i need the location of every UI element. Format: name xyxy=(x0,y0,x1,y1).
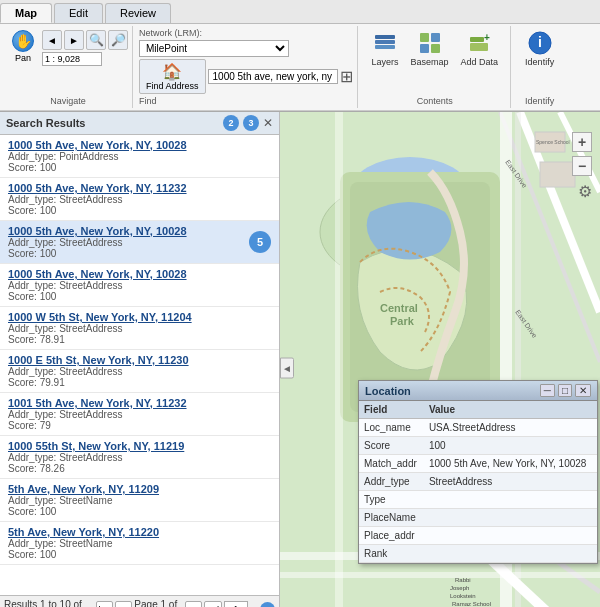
identify-icon: i xyxy=(527,30,553,56)
find-address-button[interactable]: 🏠 Find Address xyxy=(139,59,206,94)
zoom-in-map-button[interactable]: + xyxy=(572,132,592,152)
result-addr-type: Addr_type: StreetName xyxy=(8,495,271,506)
svg-text:Ramaz School: Ramaz School xyxy=(452,601,491,607)
location-field-name: Place_addr xyxy=(359,527,424,545)
find-group: Network (LRM): MilePoint 🏠 Find Address … xyxy=(135,26,358,108)
location-field-name: Match_addr xyxy=(359,455,424,473)
result-item[interactable]: 1000 5th Ave, New York, NY, 10028 Addr_t… xyxy=(0,135,279,178)
location-field-value xyxy=(424,509,597,527)
location-field-name: PlaceName xyxy=(359,509,424,527)
result-title[interactable]: 5th Ave, New York, NY, 11220 xyxy=(8,526,271,538)
result-title[interactable]: 1000 W 5th St, New York, NY, 11204 xyxy=(8,311,271,323)
tab-map[interactable]: Map xyxy=(0,3,52,23)
find-address-label: Find Address xyxy=(146,81,199,91)
identify-label: Identify xyxy=(525,57,554,67)
result-title[interactable]: 1000 5th Ave, New York, NY, 10028 xyxy=(8,225,271,237)
field-column-header: Field xyxy=(359,401,424,419)
last-page-button[interactable]: ►| xyxy=(204,601,221,607)
result-title[interactable]: 1000 5th Ave, New York, NY, 10028 xyxy=(8,268,271,280)
back-button[interactable]: ◄ xyxy=(42,30,62,50)
result-score: Score: 78.26 xyxy=(8,463,271,474)
svg-rect-4 xyxy=(431,33,440,42)
location-close-button[interactable]: ✕ xyxy=(575,384,591,397)
find-input[interactable] xyxy=(208,69,338,84)
location-table-row: Score 100 xyxy=(359,437,597,455)
search-close-button[interactable]: ✕ xyxy=(263,117,273,129)
result-addr-type: Addr_type: StreetAddress xyxy=(8,194,271,205)
contents-group-label: Contents xyxy=(417,94,453,106)
result-badge: 5 xyxy=(249,231,271,253)
map-settings-button[interactable]: ⚙ xyxy=(578,182,592,201)
layers-button[interactable]: Layers xyxy=(368,28,403,69)
network-label: Network (LRM): xyxy=(139,28,353,38)
result-addr-type: Addr_type: StreetName xyxy=(8,538,271,549)
result-score: Score: 100 xyxy=(8,291,271,302)
result-title[interactable]: 1000 5th Ave, New York, NY, 11232 xyxy=(8,182,271,194)
location-field-value xyxy=(424,545,597,563)
location-table-row: Match_addr 1000 5th Ave, New York, NY, 1… xyxy=(359,455,597,473)
result-item[interactable]: 1000 5th Ave, New York, NY, 10028 Addr_t… xyxy=(0,221,279,264)
location-field-value: StreetAddress xyxy=(424,473,597,491)
basemap-button[interactable]: Basemap xyxy=(407,28,453,69)
location-table-row: Type xyxy=(359,491,597,509)
prev-page-button[interactable]: ◄ xyxy=(115,601,132,607)
zoom-in-button[interactable]: 🔍 xyxy=(86,30,106,50)
location-table-row: PlaceName xyxy=(359,509,597,527)
tab-review[interactable]: Review xyxy=(105,3,171,23)
location-field-name: Rank xyxy=(359,545,424,563)
identify-group: i Identify Identify xyxy=(513,26,566,108)
first-page-button[interactable]: |◄ xyxy=(96,601,113,607)
result-item[interactable]: 1000 E 5th St, New York, NY, 11230 Addr_… xyxy=(0,350,279,393)
location-field-name: Addr_type xyxy=(359,473,424,491)
basemap-label: Basemap xyxy=(411,57,449,67)
result-item[interactable]: 1000 W 5th St, New York, NY, 11204 Addr_… xyxy=(0,307,279,350)
result-score: Score: 100 xyxy=(8,248,271,259)
result-title[interactable]: 1000 5th Ave, New York, NY, 10028 xyxy=(8,139,271,151)
result-addr-type: Addr_type: StreetAddress xyxy=(8,409,271,420)
result-item[interactable]: 1001 5th Ave, New York, NY, 11232 Addr_t… xyxy=(0,393,279,436)
find-options-icon[interactable]: ⊞ xyxy=(340,67,353,86)
layers-label: Layers xyxy=(372,57,399,67)
forward-button[interactable]: ► xyxy=(64,30,84,50)
result-score: Score: 100 xyxy=(8,205,271,216)
svg-rect-8 xyxy=(470,37,484,42)
network-select[interactable]: MilePoint xyxy=(139,40,289,57)
page-nav: |◄ ◄ Page 1 of 2 ► ►| ▶ 6 xyxy=(96,599,275,607)
svg-rect-2 xyxy=(375,35,395,39)
result-item[interactable]: 1000 5th Ave, New York, NY, 10028 Addr_t… xyxy=(0,264,279,307)
collapse-panel-button[interactable]: ◄ xyxy=(280,358,294,379)
zoom-out-map-button[interactable]: − xyxy=(572,156,592,176)
find-row: 🏠 Find Address ⊞ xyxy=(139,59,353,94)
result-item[interactable]: 1000 55th St, New York, NY, 11219 Addr_t… xyxy=(0,436,279,479)
result-title[interactable]: 1000 E 5th St, New York, NY, 11230 xyxy=(8,354,271,366)
add-data-icon: + xyxy=(466,30,492,56)
location-field-value: USA.StreetAddress xyxy=(424,419,597,437)
add-data-button[interactable]: + Add Data xyxy=(457,28,503,69)
navigate-group-label: Navigate xyxy=(50,94,86,106)
svg-text:Spence School: Spence School xyxy=(536,139,570,145)
scale-input[interactable] xyxy=(42,52,102,66)
location-minimize-button[interactable]: ─ xyxy=(540,384,555,397)
identify-group-label: Identify xyxy=(525,94,554,106)
result-title[interactable]: 1001 5th Ave, New York, NY, 11232 xyxy=(8,397,271,409)
tab-edit[interactable]: Edit xyxy=(54,3,103,23)
result-title[interactable]: 1000 55th St, New York, NY, 11219 xyxy=(8,440,271,452)
result-item[interactable]: 5th Ave, New York, NY, 11209 Addr_type: … xyxy=(0,479,279,522)
location-field-value: 100 xyxy=(424,437,597,455)
zoom-out-button[interactable]: 🔎 xyxy=(108,30,128,50)
identify-button[interactable]: i Identify xyxy=(521,28,558,69)
result-item[interactable]: 1000 5th Ave, New York, NY, 11232 Addr_t… xyxy=(0,178,279,221)
svg-text:Lookstein: Lookstein xyxy=(450,593,476,599)
map-area[interactable]: The Metropolitan Museum of Art Cleopatra… xyxy=(280,112,600,607)
result-item[interactable]: 5th Ave, New York, NY, 11220 Addr_type: … xyxy=(0,522,279,565)
next-page-button[interactable]: ► xyxy=(185,601,202,607)
result-title[interactable]: 5th Ave, New York, NY, 11209 xyxy=(8,483,271,495)
result-score: Score: 78.91 xyxy=(8,334,271,345)
page-input[interactable] xyxy=(224,601,248,607)
location-restore-button[interactable]: □ xyxy=(558,384,572,397)
svg-rect-0 xyxy=(375,45,395,49)
result-score: Score: 100 xyxy=(8,162,271,173)
contents-group: Layers Basemap xyxy=(360,26,512,108)
pan-button[interactable]: ✋ Pan xyxy=(8,28,38,65)
location-table-row: Addr_type StreetAddress xyxy=(359,473,597,491)
